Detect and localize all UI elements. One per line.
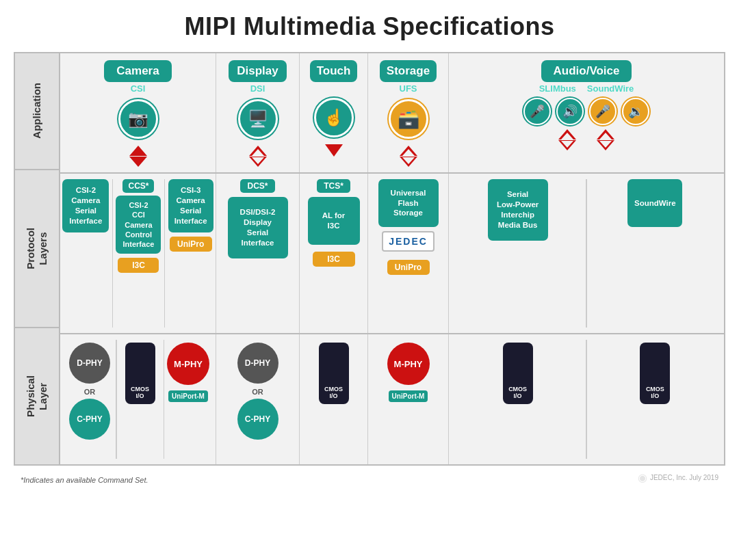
phys-cam-div1 [116,340,117,459]
csi2-cci-col: CCS* CSI-2CCICameraControlInterface I3C [116,179,161,273]
footnote: *Indicates an available Command Set. [21,476,148,484]
display-subheader: DSI [250,83,265,94]
soundwire-box: SoundWire [627,179,682,227]
app-row: Camera CSI 📷 Display DSI [60,53,724,174]
display-app-col: Display DSI 🖥️ [216,53,300,172]
layer-labels: Application ProtocolLayers PhysicalLayer [15,53,60,464]
display-phys-col: D-PHY OR C-PHY [216,334,300,464]
cmos-touch-rect: CMOSI/O [319,343,349,404]
camera-subheader: CSI [131,83,146,94]
dsi-box: DSI/DSI-2DisplaySerialInterface [228,197,288,258]
cmos-slim-text: CMOSI/O [508,386,527,400]
camera-phys-col: D-PHY OR C-PHY CMOSI/O [60,334,216,464]
unipro-storage-box: UniPro [387,260,430,275]
cphy-circle: C-PHY [69,399,110,440]
uniport-stor-label: UniPort-M [389,390,428,402]
camera-icon-symbol: 📷 [128,109,148,129]
slimbus-phys-col: CMOSI/O [452,340,584,459]
camera-app-col: Camera CSI 📷 [60,53,216,172]
cmos-cam-text: CMOSI/O [131,386,149,400]
cphy-disp-circle: C-PHY [237,399,278,440]
audio-speaker-icon: 🔊 [556,98,584,125]
touch-icon: ☝️ [314,98,354,137]
unipro-box-cam: UniPro [170,237,212,252]
cmos-touch-text: CMOSI/O [324,386,343,400]
slimbus-proto-col: SerialLow-PowerInterchipMedia Bus [452,179,584,328]
proto-layer-label: ProtocolLayers [15,170,59,329]
or-text: OR [84,388,96,396]
dphy-circle: D-PHY [69,343,110,384]
csi3-col: CSI-3CameraSerialInterface UniPro [168,179,213,252]
audio-proto-col: SerialLow-PowerInterchipMedia Bus SoundW… [449,174,724,333]
slimbus-subheader: SLIMbus [539,83,576,94]
touch-proto-col: TCS* AL forI3C I3C [300,174,368,333]
uniport-cam-label: UniPort-M [168,390,208,402]
jedec-logo: JEDEC [382,231,435,252]
dphy-cphy-col: D-PHY OR C-PHY [66,340,113,441]
audio-divider [586,179,587,328]
i3c-box-cam: I3C [118,258,159,273]
al-i3c-box: AL forI3C [308,197,360,245]
soundwire-subheader: SoundWire [587,83,634,94]
ufs-box: UniversalFlashStorage [378,179,439,227]
display-header: Display [229,60,286,82]
cam-divider1 [112,179,113,328]
touch-icon-symbol: ☝️ [324,108,344,127]
cam-divider2 [164,179,165,328]
camera-arrow [129,146,147,167]
csi2-csi-col: CSI-2CameraSerialInterface [62,179,109,232]
audio-phys-divider [586,340,587,459]
cmos-sw-text: CMOSI/O [646,386,664,400]
camera-proto-col: CSI-2CameraSerialInterface CCS* CSI-2CCI… [60,174,216,333]
soundwire-proto-col: SoundWire [589,179,721,328]
tcs-label: TCS* [317,179,350,193]
page-title: MIPI Multimedia Specifications [14,12,725,41]
touch-phys-col: CMOSI/O [300,334,368,464]
storage-phys-col: M-PHY UniPort-M [368,334,449,464]
diagram-main: Camera CSI 📷 Display DSI [60,53,724,464]
mphy-cam-circle: M-PHY [167,343,209,385]
cmos-cam-col: CMOSI/O [120,340,161,407]
storage-icon-symbol: 🗃️ [398,109,419,130]
audio-mic-icon: 🎤 [523,98,551,125]
display-icon: 🖥️ [238,99,278,139]
camera-icon: 📷 [118,99,158,139]
phys-layer-label: PhysicalLayer [15,328,59,464]
csi3-box: CSI-3CameraSerialInterface [168,179,213,232]
audio-phys-col: CMOSI/O CMOSI/O [449,334,724,464]
audio-header: Audio/Voice [541,60,632,82]
proto-layer-text: ProtocolLayers [25,228,49,269]
phys-row: D-PHY OR C-PHY CMOSI/O [60,334,724,464]
dcs-label: DCS* [240,179,274,193]
audio-app-col: Audio/Voice SLIMbus SoundWire 🎤 🔊 🎤 🔉 [449,53,724,172]
footer: *Indicates an available Command Set. ◉ J… [14,471,725,484]
storage-app-col: Storage UFS 🗃️ [368,53,449,172]
app-layer-label: Application [15,53,59,170]
phys-cam-div2 [164,340,165,459]
dphy-disp-circle: D-PHY [237,343,278,384]
watermark: ◉ JEDEC, Inc. July 2019 [638,471,718,484]
cmos-cam-rect: CMOSI/O [125,343,155,404]
storage-header: Storage [380,60,437,82]
phys-layer-text: PhysicalLayer [25,375,49,417]
i3c-touch-box: I3C [313,252,355,267]
soundwire-phys-col: CMOSI/O [589,340,721,459]
touch-app-col: Touch ☝️ [300,53,368,172]
page: MIPI Multimedia Specifications Applicati… [0,0,739,498]
cmos-slim-rect: CMOSI/O [503,343,533,404]
mphy-stor-circle: M-PHY [387,343,430,385]
storage-icon: 🗃️ [389,99,428,139]
csi2-cci-box: CSI-2CCICameraControlInterface [116,196,161,254]
cmos-sw-rect: CMOSI/O [640,343,670,404]
display-icon-symbol: 🖥️ [248,109,268,129]
audio-mic2-icon: 🎤 [589,98,617,125]
jedec-text: JEDEC [389,236,428,247]
watermark-text: JEDEC, Inc. July 2019 [650,474,718,481]
or-disp-text: OR [252,388,263,396]
ccs-label: CCS* [122,179,154,193]
app-layer-text: Application [31,83,43,139]
storage-subheader: UFS [400,83,417,94]
csi2-serial-box: CSI-2CameraSerialInterface [62,179,109,232]
storage-proto-col: UniversalFlashStorage JEDEC UniPro [368,174,449,333]
camera-header: Camera [104,60,171,82]
